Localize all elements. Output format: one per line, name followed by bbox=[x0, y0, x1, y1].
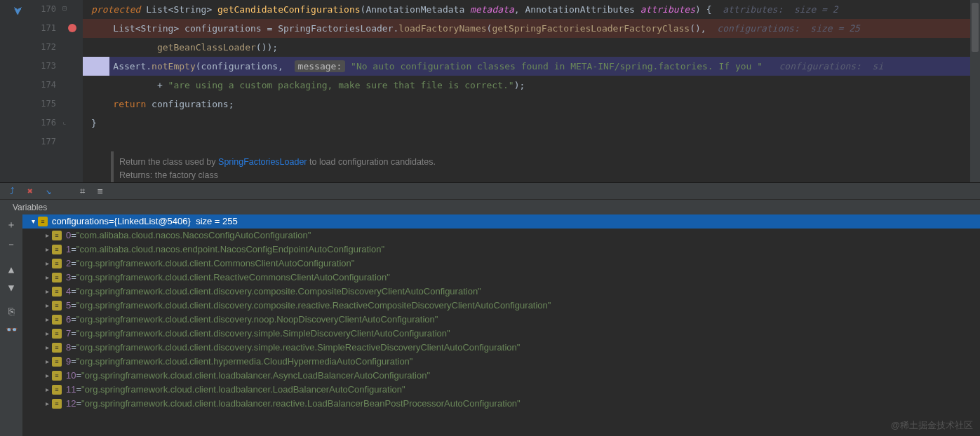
code-editor[interactable]: ⮟ 170 171 172 173 174 175 176 177 💡 ⊟ ⌞ … bbox=[0, 0, 980, 182]
var-value: "org.springframework.cloud.client.loadba… bbox=[81, 369, 430, 383]
equals: = bbox=[71, 243, 76, 257]
var-index: 2 bbox=[66, 257, 71, 271]
variables-tree[interactable]: ▾ ≡ configurations = {LinkedList@5406} s… bbox=[22, 214, 980, 436]
rerun-icon[interactable]: ⤴ bbox=[7, 186, 17, 196]
equals: = bbox=[71, 229, 76, 243]
doc-text: Returns: the factory class bbox=[119, 169, 974, 182]
var-index: 6 bbox=[66, 313, 71, 327]
tree-row[interactable]: ▸≡6 = "org.springframework.cloud.client.… bbox=[22, 313, 980, 327]
string-literal: "No auto configuration classes found in … bbox=[351, 61, 763, 71]
expand-arrow-icon[interactable]: ▸ bbox=[42, 285, 52, 299]
calculator-icon[interactable]: ⌗ bbox=[77, 186, 87, 196]
tree-row[interactable]: ▸≡1 = "com.alibaba.cloud.nacos.endpoint.… bbox=[22, 243, 980, 257]
code-line[interactable]: return configurations; bbox=[83, 95, 980, 114]
type: String bbox=[173, 4, 206, 15]
expand-arrow-icon[interactable]: ▸ bbox=[42, 369, 52, 383]
equals: = bbox=[71, 341, 76, 355]
tree-row[interactable]: ▸≡8 = "org.springframework.cloud.client.… bbox=[22, 341, 980, 355]
method-call: notEmpty bbox=[152, 61, 196, 71]
line-number: 170 bbox=[35, 0, 56, 19]
tree-row[interactable]: ▸≡5 = "org.springframework.cloud.client.… bbox=[22, 299, 980, 313]
text: (configurations, bbox=[196, 61, 295, 71]
equals: = bbox=[76, 369, 81, 383]
move-up-icon[interactable]: ▲ bbox=[8, 264, 14, 275]
var-value: "org.springframework.cloud.client.loadba… bbox=[81, 397, 521, 411]
field-icon: ≡ bbox=[52, 399, 62, 409]
variables-tab[interactable]: Variables bbox=[0, 199, 980, 214]
var-value: "com.alibaba.cloud.nacos.NacosConfigAuto… bbox=[76, 229, 311, 243]
expand-arrow-icon[interactable]: ▸ bbox=[42, 271, 52, 285]
override-icon[interactable]: ⮟ bbox=[13, 6, 22, 16]
code-line[interactable]: + "are using a custom packaging, make su… bbox=[83, 76, 980, 95]
code-line[interactable] bbox=[83, 132, 980, 151]
expand-arrow-icon[interactable]: ▸ bbox=[42, 229, 52, 243]
doc-link[interactable]: SpringFactoriesLoader bbox=[218, 157, 307, 167]
equals: = bbox=[71, 327, 76, 341]
method-call: getBeanClassLoader bbox=[157, 42, 256, 53]
tree-row[interactable]: ▸≡12 = "org.springframework.cloud.client… bbox=[22, 397, 980, 411]
param-hint: message: bbox=[295, 60, 346, 72]
fold-start-icon[interactable]: ⊟ bbox=[62, 4, 67, 12]
editor-scrollbar[interactable] bbox=[970, 0, 980, 182]
field-icon: ≡ bbox=[52, 245, 62, 254]
code-line[interactable]: getBeanClassLoader()); bbox=[83, 38, 980, 57]
code-line-current[interactable]: Assert.notEmpty(configurations, message:… bbox=[83, 57, 980, 76]
class-ref: SpringFactoriesLoader bbox=[278, 23, 393, 34]
expand-arrow-icon[interactable]: ▸ bbox=[42, 341, 52, 355]
tree-row[interactable]: ▸≡2 = "org.springframework.cloud.client.… bbox=[22, 257, 980, 271]
line-number-gutter: 170 171 172 173 174 175 176 177 bbox=[35, 0, 62, 182]
code-content[interactable]: protected List<String> getCandidateConfi… bbox=[83, 0, 980, 182]
code-line[interactable]: } bbox=[83, 114, 980, 132]
add-watch-icon[interactable]: ＋ bbox=[6, 219, 16, 231]
fold-end-icon[interactable]: ⌞ bbox=[62, 118, 67, 125]
var-index: 7 bbox=[66, 327, 71, 341]
var-index: 4 bbox=[66, 285, 71, 299]
expand-arrow-icon[interactable]: ▾ bbox=[28, 214, 38, 229]
inlay-hint: configurations: size = 25 bbox=[706, 23, 860, 34]
var-value: "org.springframework.cloud.client.discov… bbox=[76, 285, 481, 299]
remove-watch-icon[interactable]: － bbox=[6, 238, 16, 251]
text: configurations; bbox=[146, 99, 234, 109]
variables-panel: ＋ － ▲ ▼ ⎘ 👓 ▾ ≡ configurations = {Linked… bbox=[0, 214, 980, 436]
tree-row[interactable]: ▸≡9 = "org.springframework.cloud.client.… bbox=[22, 355, 980, 369]
tree-row[interactable]: ▸≡4 = "org.springframework.cloud.client.… bbox=[22, 285, 980, 299]
glasses-icon[interactable]: 👓 bbox=[6, 324, 18, 335]
expand-arrow-icon[interactable]: ▸ bbox=[42, 299, 52, 313]
expand-arrow-icon[interactable]: ▸ bbox=[42, 313, 52, 327]
expand-arrow-icon[interactable]: ▸ bbox=[42, 257, 52, 271]
expand-arrow-icon[interactable]: ▸ bbox=[42, 327, 52, 341]
tree-row[interactable]: ▸≡11 = "org.springframework.cloud.client… bbox=[22, 383, 980, 397]
field-icon: ≡ bbox=[52, 315, 62, 325]
equals: = bbox=[71, 299, 76, 313]
text: Assert. bbox=[91, 61, 152, 71]
expand-arrow-icon[interactable]: ▸ bbox=[42, 383, 52, 397]
settings-icon[interactable]: ≡ bbox=[95, 186, 105, 196]
var-value: "com.alibaba.cloud.nacos.endpoint.NacosC… bbox=[76, 243, 384, 257]
indent bbox=[91, 99, 113, 109]
inlay-hint: configurations: si bbox=[763, 61, 883, 71]
move-down-icon[interactable]: ▼ bbox=[8, 282, 14, 293]
tree-row[interactable]: ▸≡7 = "org.springframework.cloud.client.… bbox=[22, 327, 980, 341]
doc-text: to load configuration candidates. bbox=[307, 157, 436, 167]
param-name: metadata bbox=[470, 4, 514, 15]
expand-arrow-icon[interactable]: ▸ bbox=[42, 355, 52, 369]
threads-icon[interactable]: ↘ bbox=[43, 186, 53, 196]
expand-arrow-icon[interactable]: ▸ bbox=[42, 243, 52, 257]
tree-row[interactable]: ▸≡10 = "org.springframework.cloud.client… bbox=[22, 369, 980, 383]
stop-icon[interactable]: ✖ bbox=[25, 186, 35, 196]
type: List bbox=[113, 23, 135, 34]
code-line[interactable]: List<String> configurations = SpringFact… bbox=[83, 19, 980, 38]
scrollbar-thumb[interactable] bbox=[972, 3, 979, 52]
expand-arrow-icon[interactable]: ▸ bbox=[42, 397, 52, 411]
tree-row[interactable]: ▸≡0 = "com.alibaba.cloud.nacos.NacosConf… bbox=[22, 229, 980, 243]
field-icon: ≡ bbox=[52, 259, 62, 268]
breakpoint-icon[interactable] bbox=[68, 24, 76, 32]
tree-root[interactable]: ▾ ≡ configurations = {LinkedList@5406} s… bbox=[22, 214, 980, 229]
copy-icon[interactable]: ⎘ bbox=[8, 306, 14, 317]
equals: = bbox=[71, 285, 76, 299]
tree-row[interactable]: ▸≡3 = "org.springframework.cloud.client.… bbox=[22, 271, 980, 285]
inlay-hint: attributes: size = 2 bbox=[712, 4, 838, 15]
var-index: 0 bbox=[66, 229, 71, 243]
equals: = bbox=[109, 214, 114, 229]
code-line[interactable]: protected List<String> getCandidateConfi… bbox=[83, 0, 980, 19]
